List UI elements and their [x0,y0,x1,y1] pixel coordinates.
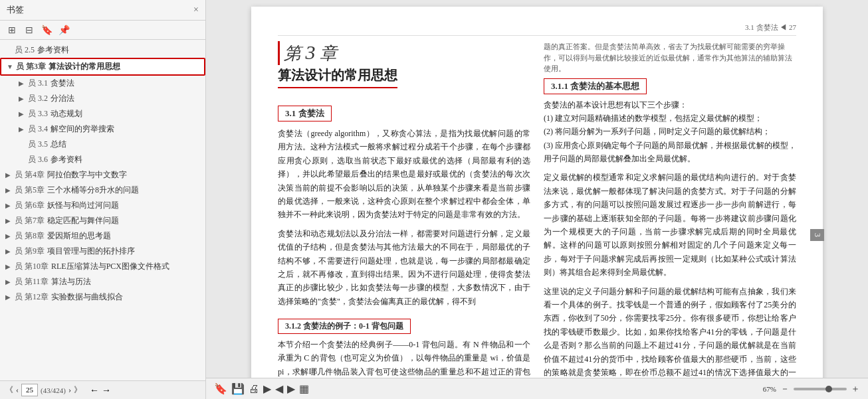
sidebar-item-chapter11[interactable]: ▶ 员 第11章 算法与历法 [0,274,205,289]
section-311-label: 3.1.1 贪婪法的基本思想 [551,81,639,91]
prev-page-icon[interactable]: ◀ [275,382,283,395]
expand-icon-31: ▶ [19,80,27,87]
bookmark-icon[interactable]: 🔖 [40,23,53,37]
item-text-32: 分治法 [51,93,200,104]
sidebar-footer: 《 ‹ 25 (43/424) › 》 ← → [0,380,205,399]
main-inner: 3.1 贪婪法 ◀ 27 3 第 3 章 算法设计的常用思想 [206,0,868,378]
bookmark-add-icon[interactable]: 📌 [57,23,70,37]
sidebar-item-3-5[interactable]: 员 3.5 总结 [0,137,205,152]
page-num-ch7: 员 第7章 [15,215,45,226]
page-num-32: 员 3.2 [28,93,48,104]
sidebar-item-chapter9[interactable]: ▶ 员 第9章 项目管理与图的拓扑排序 [0,244,205,259]
main-content: 3.1 贪婪法 ◀ 27 3 第 3 章 算法设计的常用思想 [206,0,868,399]
item-text-ch9: 项目管理与图的拓扑排序 [47,246,200,257]
expand-icon-32: ▶ [19,95,27,102]
sidebar-item-3-2[interactable]: ▶ 员 3.2 分治法 [0,91,205,106]
expand-icon-ch12: ▶ [5,293,13,301]
page-num-ch6: 员 第6章 [15,200,45,211]
next-page-icon[interactable]: ▶ [287,382,295,395]
page-tab: 3 [810,229,824,241]
expand-icon-ch10: ▶ [5,263,13,270]
sidebar-item-chapter12[interactable]: ▶ 员 第12章 实验数据与曲线拟合 [0,289,205,305]
expand-icon-ch4: ▶ [5,171,13,179]
item-text-36: 参考资料 [51,154,200,165]
section-312-text: 本节介绍一个贪婪法的经典例子——0-1 背包问题。有 N 件物品和一个承重为 C… [278,338,530,378]
current-page[interactable]: 25 [26,386,33,394]
zoom-plus-btn[interactable]: ＋ [851,383,860,395]
item-text-ch4: 阿拉伯数字与中文数字 [47,169,200,181]
item-text-31: 贪婪法 [51,78,200,89]
item-text-ch11: 算法与历法 [51,276,200,287]
sidebar-content: 员 2.5 参考资料 ▼ 员 第3章 算法设计的常用思想 ▶ 员 3.1 贪婪法… [0,40,205,380]
page-num-36: 员 3.6 [28,154,48,165]
section-31-label: 3.1 贪婪法 [285,108,324,118]
page-num-ch8: 员 第8章 [15,230,45,242]
collapse-all-icon[interactable]: ⊟ [23,23,36,37]
item-text: 参考资料 [37,44,200,56]
layout-icon[interactable]: ▦ [299,382,309,395]
page-input-container: 25 [21,384,38,396]
sidebar-header: 书签 × [0,0,205,21]
nav-last-btn[interactable]: 》 [74,384,82,396]
sidebar-item-chapter4[interactable]: ▶ 员 第4章 阿拉伯数字与中文数字 [0,167,205,183]
nav-forward-icon[interactable]: → [102,385,111,396]
page-header: 3.1 贪婪法 ◀ 27 [278,23,796,36]
page-num-35: 员 3.5 [28,139,48,150]
sidebar-item-2-5[interactable]: 员 2.5 参考资料 [0,42,205,58]
item-text-ch3: 算法设计的常用思想 [49,61,199,72]
page-container: 3.1 贪婪法 ◀ 27 3 第 3 章 算法设计的常用思想 [251,7,823,378]
top-continuation-text: 题的真正答案。但是贪婪法简单高效，省去了为找最优解可能需要的穷举操作，可以得到与… [544,41,796,74]
sidebar-item-3-3[interactable]: ▶ 员 3.3 动态规划 [0,106,205,121]
section-312-heading: 3.1.2 贪婪法的例子：0-1 背包问题 [278,319,411,334]
section-31-text: 贪婪法（greedy algorithm），又称贪心算法，是指为找最优解问题的常… [278,127,530,222]
nav-back-icon[interactable]: ← [90,385,99,396]
nav-first-btn[interactable]: 《 [5,384,13,396]
expand-icon-33: ▶ [19,110,27,118]
expand-icon-ch9: ▶ [5,248,13,255]
expand-all-icon[interactable]: ⊞ [5,23,19,37]
chapter-title: 算法设计的常用思想 [278,66,397,88]
zoom-minus-btn[interactable]: － [780,383,790,395]
item-text-ch12: 实验数据与曲线拟合 [51,291,200,303]
print-tool-icon[interactable]: 🖨 [249,383,259,395]
sidebar: 书签 × ⊞ ⊟ 🔖 📌 员 2.5 参考资料 ▼ 员 第3章 算法设计的常用思… [0,0,206,399]
item-text-35: 总结 [51,139,200,150]
header-text: 3.1 贪婪法 ◀ 27 [745,23,796,33]
zoom-percent: 67% [763,385,776,393]
section-311-text3: 这里说的定义子问题分解和子问题的最优解结构可能有点抽象，我们来看一个具体的例子。… [544,285,796,378]
play-tool-icon[interactable]: ▶ [263,382,271,395]
item-text-34: 解空间的穷举搜索 [51,123,200,135]
page-num-34: 员 3.4 [28,123,48,135]
sidebar-title: 书签 [7,4,24,16]
close-icon[interactable]: × [193,5,199,15]
page-num-ch11: 员 第11章 [15,276,49,287]
zoom-slider[interactable] [794,388,847,390]
sidebar-item-chapter8[interactable]: ▶ 员 第8章 爱因斯坦的思考题 [0,228,205,244]
item-text-ch8: 爱因斯坦的思考题 [47,230,200,242]
sidebar-item-chapter10[interactable]: ▶ 员 第10章 RLE压缩算法与PCX图像文件格式 [0,259,205,274]
sidebar-item-3-4[interactable]: ▶ 员 3.4 解空间的穷举搜索 [0,121,205,137]
page-info: (43/424) [41,386,66,394]
save-tool-icon[interactable]: 💾 [231,382,245,395]
page-num-33: 员 3.3 [28,108,48,120]
nav-next-btn[interactable]: › [68,385,71,395]
page-num-ch10: 员 第10章 [15,261,49,272]
bottom-toolbar: 🔖 💾 🖨 ▶ ◀ ▶ ▦ 67% － ＋ [206,378,868,399]
item-text-ch5: 三个水桶等分8升水的问题 [47,185,200,196]
chapter-heading: 第 3 章 算法设计的常用思想 [278,41,530,95]
bookmark-tool-icon[interactable]: 🔖 [214,382,227,395]
section-311-text2: 定义最优解的模型通常和定义求解问题的最优结构向进行的。对于贪婪法来说，最优解一般… [544,171,796,279]
sidebar-item-chapter7[interactable]: ▶ 员 第7章 稳定匹配与舞伴问题 [0,213,205,228]
expand-icon-ch6: ▶ [5,202,13,209]
page-num-ch4: 员 第4章 [15,169,45,181]
page-num-ch5: 员 第5章 [15,185,45,196]
sidebar-item-chapter6[interactable]: ▶ 员 第6章 妖怪与和尚过河问题 [0,198,205,213]
sidebar-item-chapter5[interactable]: ▶ 员 第5章 三个水桶等分8升水的问题 [0,183,205,198]
sidebar-item-chapter3[interactable]: ▼ 员 第3章 算法设计的常用思想 [0,58,205,76]
sidebar-item-3-6[interactable]: 员 3.6 参考资料 [0,152,205,167]
nav-prev-btn[interactable]: ‹ [16,385,19,395]
section-31-heading: 3.1 贪婪法 [278,106,332,121]
section-311-heading: 3.1.1 贪婪法的基本思想 [544,78,647,94]
expand-icon-ch8: ▶ [5,232,13,240]
sidebar-item-3-1[interactable]: ▶ 员 3.1 贪婪法 [0,76,205,91]
